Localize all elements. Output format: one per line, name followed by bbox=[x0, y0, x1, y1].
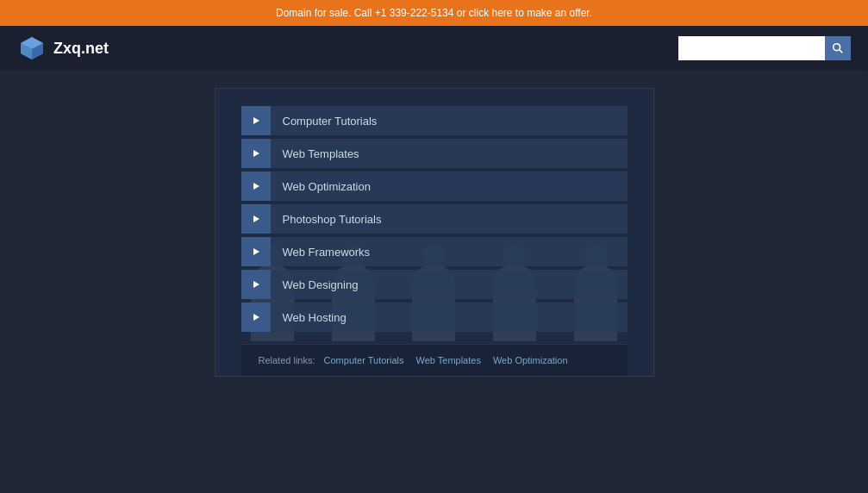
svg-line-5 bbox=[840, 50, 843, 53]
svg-marker-7 bbox=[253, 150, 259, 157]
search-icon bbox=[832, 42, 844, 54]
svg-marker-9 bbox=[253, 215, 259, 222]
play-icon-2 bbox=[252, 182, 260, 190]
menu-item-4[interactable]: Web Frameworks bbox=[241, 237, 628, 266]
play-icon-6 bbox=[252, 313, 260, 321]
menu-arrow-4 bbox=[241, 237, 271, 266]
menu-item-3[interactable]: Photoshop Tutorials bbox=[241, 204, 628, 234]
menu-label-4: Web Frameworks bbox=[271, 246, 371, 259]
menu-list: Computer Tutorials Web Templates Web Opt… bbox=[241, 106, 628, 332]
search-button[interactable] bbox=[825, 36, 851, 60]
menu-arrow-2 bbox=[241, 172, 271, 201]
related-links-container: Computer TutorialsWeb TemplatesWeb Optim… bbox=[324, 355, 568, 365]
play-icon-4 bbox=[252, 247, 260, 256]
search-input[interactable] bbox=[678, 36, 825, 60]
svg-marker-8 bbox=[253, 183, 259, 190]
header: Zxq.net bbox=[0, 26, 868, 71]
menu-label-0: Computer Tutorials bbox=[271, 115, 378, 128]
play-icon-1 bbox=[252, 149, 260, 158]
related-link-1[interactable]: Web Templates bbox=[415, 355, 480, 365]
center-panel: Computer Tutorials Web Templates Web Opt… bbox=[215, 88, 654, 377]
menu-label-1: Web Templates bbox=[271, 147, 359, 160]
menu-item-2[interactable]: Web Optimization bbox=[241, 172, 628, 201]
svg-point-4 bbox=[834, 44, 840, 51]
menu-item-1[interactable]: Web Templates bbox=[241, 139, 628, 168]
menu-item-0[interactable]: Computer Tutorials bbox=[241, 106, 628, 135]
related-link-2[interactable]: Web Optimization bbox=[493, 355, 568, 365]
menu-arrow-1 bbox=[241, 139, 271, 168]
menu-label-6: Web Hosting bbox=[271, 311, 347, 324]
menu-arrow-0 bbox=[241, 106, 271, 135]
logo-icon bbox=[17, 34, 47, 63]
logo-text: Zxq.net bbox=[53, 40, 109, 58]
menu-arrow-3 bbox=[241, 204, 271, 234]
svg-marker-6 bbox=[253, 117, 259, 124]
play-icon-3 bbox=[252, 215, 260, 223]
banner-text: Domain for sale. Call +1 339-222-5134 or… bbox=[276, 7, 592, 19]
menu-label-5: Web Designing bbox=[271, 278, 359, 291]
menu-label-2: Web Optimization bbox=[271, 180, 371, 193]
related-label: Related links: bbox=[259, 355, 315, 365]
menu-item-5[interactable]: Web Designing bbox=[241, 270, 628, 299]
svg-marker-11 bbox=[253, 281, 259, 288]
menu-label-3: Photoshop Tutorials bbox=[271, 213, 382, 226]
related-links-bar: Related links: Computer TutorialsWeb Tem… bbox=[241, 344, 628, 376]
search-form bbox=[678, 36, 851, 60]
play-icon-0 bbox=[252, 116, 260, 125]
related-link-0[interactable]: Computer Tutorials bbox=[324, 355, 404, 365]
menu-item-6[interactable]: Web Hosting bbox=[241, 303, 628, 332]
logo-area: Zxq.net bbox=[17, 34, 678, 63]
svg-marker-10 bbox=[253, 248, 259, 255]
menu-arrow-5 bbox=[241, 270, 271, 299]
play-icon-5 bbox=[252, 280, 260, 289]
menu-arrow-6 bbox=[241, 303, 271, 332]
main-content: Computer Tutorials Web Templates Web Opt… bbox=[0, 71, 868, 377]
svg-marker-12 bbox=[253, 314, 259, 321]
top-banner[interactable]: Domain for sale. Call +1 339-222-5134 or… bbox=[0, 0, 868, 26]
